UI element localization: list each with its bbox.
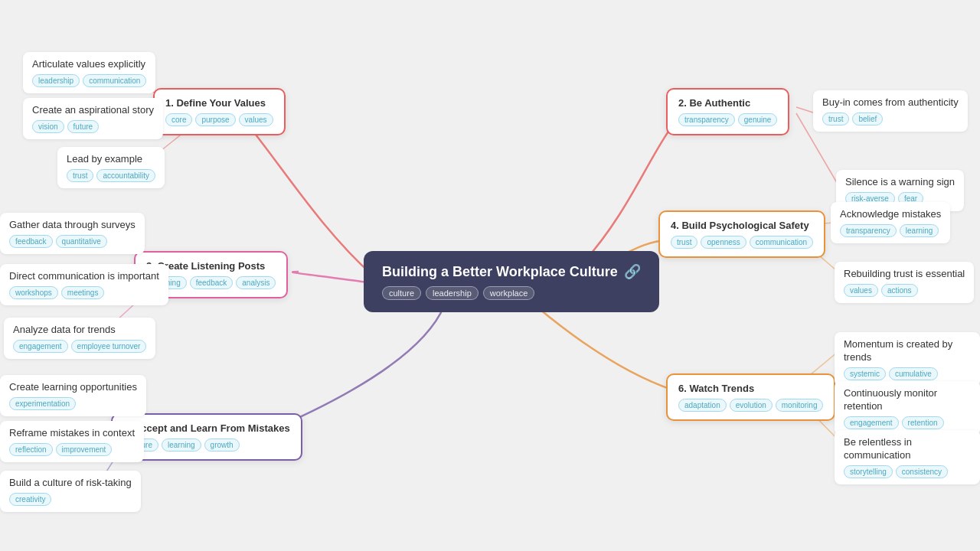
leaf-risk-taking: Build a culture of risk-taking creativit…	[0, 471, 141, 512]
topic-4-title: 4. Build Psychological Safety	[671, 220, 813, 231]
central-node: Building a Better Workplace Culture 🔗 cu…	[364, 251, 659, 312]
leaf-lead-example: Lead by example trust accountability	[57, 147, 165, 188]
topic-node-1[interactable]: 1. Define Your Values core purpose value…	[153, 88, 286, 135]
topic-2-title: 2. Be Authentic	[678, 97, 777, 109]
topic-6-tags: adaptation evolution monitoring	[678, 399, 823, 412]
central-title: Building a Better Workplace Culture 🔗	[382, 263, 641, 280]
topic-1-title: 1. Define Your Values	[165, 97, 273, 109]
topic-2-tags: transparency genuine	[678, 113, 777, 126]
topic-6-title: 6. Watch Trends	[678, 383, 823, 394]
tag-workplace: workplace	[483, 286, 535, 300]
leaf-direct-communication: Direct communication is important worksh…	[0, 264, 168, 305]
leaf-gather-data: Gather data through surveys feedback qua…	[0, 213, 145, 254]
leaf-monitor-retention: Continuously monitor retention engagemen…	[835, 381, 980, 435]
leaf-relentless-communication: Be relentless in communication storytell…	[835, 430, 980, 484]
topic-1-tags: core purpose values	[165, 113, 273, 126]
leaf-momentum: Momentum is created by trends systemic c…	[835, 332, 980, 386]
topic-5-title: 5. Accept and Learn From Mistakes	[123, 422, 290, 434]
topic-node-2[interactable]: 2. Be Authentic transparency genuine	[666, 88, 789, 135]
topic-node-6[interactable]: 6. Watch Trends adaptation evolution mon…	[666, 373, 835, 421]
central-tags: culture leadership workplace	[382, 286, 641, 300]
leaf-analyze-data: Analyze data for trends engagement emplo…	[4, 318, 155, 359]
central-title-text: Building a Better Workplace Culture	[382, 264, 618, 280]
topic-node-4[interactable]: 4. Build Psychological Safety trust open…	[658, 210, 825, 258]
leaf-rebuild-trust: Rebuilding trust is essential values act…	[835, 262, 974, 303]
leaf-articulate-values: Articulate values explicitly leadership …	[23, 52, 155, 93]
topic-5-tags: culture learning growth	[123, 439, 290, 452]
leaf-learning-opportunities: Create learning opportunities experiment…	[0, 375, 146, 416]
leaf-aspirational-story: Create an aspirational story vision futu…	[23, 98, 163, 139]
tag-culture: culture	[382, 286, 421, 300]
topic-4-tags: trust openness communication	[671, 236, 813, 249]
link-icon: 🔗	[624, 263, 641, 280]
leaf-buy-in: Buy-in comes from authenticity trust bel…	[813, 90, 968, 132]
leaf-acknowledge-mistakes: Acknowledge mistakes transparency learni…	[831, 202, 950, 243]
tag-leadership: leadership	[426, 286, 479, 300]
leaf-reframe-mistakes: Reframe mistakes in context reflection i…	[0, 421, 144, 462]
